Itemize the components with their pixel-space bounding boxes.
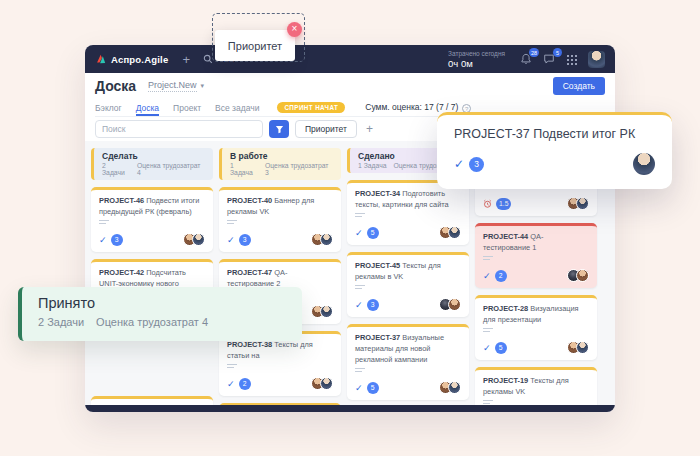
assignee-avatars <box>567 341 589 354</box>
add-icon[interactable]: + <box>182 53 190 66</box>
app-logo[interactable]: Аспро.Agile <box>95 53 168 65</box>
accepted-task-count: 2 Задачи <box>38 316 84 328</box>
task-id: PROJECT-38 <box>227 340 274 349</box>
messages-badge: 5 <box>553 48 562 57</box>
tab-бэклог[interactable]: Бэклог <box>95 99 122 116</box>
column-task-count: 1 Задача <box>230 162 258 176</box>
task-card-PROJECT-44[interactable]: PROJECT-44 QA-тестирование 1✓2 <box>475 223 597 288</box>
assignee-avatars <box>567 197 589 210</box>
column-task-count: 1 Задача <box>358 162 386 169</box>
accepted-title: Принято <box>38 295 286 311</box>
search-input[interactable] <box>95 120 263 138</box>
messages-button[interactable]: 5 <box>543 53 555 65</box>
project-selector[interactable]: Project.New ▾ <box>148 80 204 92</box>
task-id: PROJECT-42 <box>99 268 146 277</box>
priority-filter-chip[interactable]: Приоритет <box>295 120 357 138</box>
description-icon <box>99 220 109 226</box>
avatar <box>576 341 589 354</box>
task-card-PROJECT-37[interactable]: PROJECT-37 Визуальные материалы для ново… <box>347 324 469 400</box>
task-title: PROJECT-37 Визуальные материалы для ново… <box>355 332 461 365</box>
assignee-avatars <box>439 298 461 311</box>
accepted-estimate: Оценка трудозатрат 4 <box>96 316 208 328</box>
avatar <box>576 197 589 210</box>
task-title: PROJECT-45 Тексты для рекламы в VK <box>355 260 461 282</box>
notifications-button[interactable]: 28 <box>520 53 532 65</box>
task-title: PROJECT-34 Подготовить тексты, картинки … <box>355 188 461 210</box>
description-icon <box>355 285 365 291</box>
task-title: PROJECT-46 Подвести итоги предыдущей РК … <box>99 195 205 217</box>
avatar <box>448 381 461 394</box>
assignee-avatars <box>439 226 461 239</box>
kanban-column: Сделать2 ЗадачиОценка трудозатрат 4PROJE… <box>91 148 213 412</box>
time-tracker[interactable]: Затрачено сегодня 0ч 0м <box>448 50 505 69</box>
kanban-column: В работе1 ЗадачаОценка трудозатрат 3PROJ… <box>219 148 341 412</box>
avatar <box>448 226 461 239</box>
app-window: Аспро.Agile + Сп Затрачено сегодня 0ч 0м… <box>85 45 615 412</box>
column-header: Сделать2 ЗадачиОценка трудозатрат 4 <box>91 148 213 180</box>
estimate-badge: 3 <box>367 299 379 311</box>
avatar <box>320 305 333 318</box>
avatar <box>192 233 205 246</box>
user-avatar[interactable] <box>588 51 605 68</box>
checkmark-icon: ✓ <box>355 300 363 310</box>
estimate-badge: 3 <box>469 157 484 172</box>
estimate-badge: 5 <box>367 382 379 394</box>
chevron-down-icon: ▾ <box>201 82 205 90</box>
description-icon <box>227 220 237 226</box>
task-card-PROJECT-46[interactable]: PROJECT-46 Подвести итоги предыдущей РК … <box>91 187 213 252</box>
notifications-badge: 28 <box>529 48 539 57</box>
description-icon <box>355 368 365 374</box>
assignee-avatars <box>567 269 589 282</box>
avatar <box>320 377 333 390</box>
tab-проект[interactable]: Проект <box>173 99 201 116</box>
assignee-avatars <box>183 233 205 246</box>
create-button[interactable]: Создать <box>553 77 605 95</box>
tab-доска[interactable]: Доска <box>136 99 159 116</box>
task-id: PROJECT-19 <box>483 376 530 385</box>
page: Аспро.Agile + Сп Затрачено сегодня 0ч 0м… <box>0 0 700 456</box>
overdue-clock-icon <box>483 199 492 208</box>
avatar <box>320 233 333 246</box>
checkmark-icon: ✓ <box>99 235 107 245</box>
task-id: PROJECT-47 <box>227 268 274 277</box>
checkmark-icon: ✓ <box>227 379 235 389</box>
task-card-PROJECT-28[interactable]: PROJECT-28 Визуализация для презентации✓… <box>475 295 597 360</box>
filter-button[interactable] <box>269 120 289 138</box>
funnel-icon <box>275 125 284 134</box>
task-id: PROJECT-37 <box>355 333 402 342</box>
task-id: PROJECT-40 <box>227 196 274 205</box>
column-task-count: 2 Задачи <box>102 162 130 176</box>
task-id: PROJECT-28 <box>483 304 530 313</box>
task-popup-card[interactable]: PROJECT-37 Подвести итог РК ✓ 3 <box>437 112 672 189</box>
priority-tooltip-label: Приоритет <box>228 40 282 52</box>
column-header: В работе1 ЗадачаОценка трудозатрат 3 <box>219 148 341 180</box>
description-icon <box>483 328 493 334</box>
priority-tooltip: Приоритет × <box>215 30 295 61</box>
task-title: PROJECT-38 Тексты для статьи на <box>227 339 333 361</box>
estimate-badge: 5 <box>495 342 507 354</box>
tab-все-задачи[interactable]: Все задачи <box>215 99 259 116</box>
add-filter-button[interactable]: + <box>363 122 376 136</box>
task-card-PROJECT-34[interactable]: PROJECT-34 Подготовить тексты, картинки … <box>347 180 469 245</box>
description-icon <box>227 364 237 370</box>
remove-filter-icon[interactable]: × <box>287 22 302 37</box>
assignee-avatar <box>633 153 655 175</box>
checkmark-icon: ✓ <box>355 228 363 238</box>
estimate-badge: 3 <box>239 234 251 246</box>
logo-icon <box>95 53 107 65</box>
topbar: Аспро.Agile + Сп Затрачено сегодня 0ч 0м… <box>85 45 615 73</box>
task-title: PROJECT-19 Тексты для рекламы VK <box>483 375 589 397</box>
task-title: PROJECT-44 QA-тестирование 1 <box>483 231 589 253</box>
column-estimate: Оценка трудозатрат 3 <box>265 162 333 176</box>
column-title: В работе <box>230 151 333 161</box>
task-card-PROJECT-40[interactable]: PROJECT-40 Баннер для рекламы VK✓3 <box>219 187 341 252</box>
accepted-column-header: Принято 2 Задачи Оценка трудозатрат 4 <box>18 287 302 341</box>
apps-grid-icon[interactable] <box>566 54 577 65</box>
checkmark-icon: ✓ <box>227 235 235 245</box>
task-card-PROJECT-45[interactable]: PROJECT-45 Тексты для рекламы в VK✓3 <box>347 252 469 317</box>
logo-text: Аспро.Agile <box>111 54 168 65</box>
task-popup-text: Подвести итог РК <box>533 127 635 141</box>
sprint-summary-text: Сумм. оценка: 17 (7 / 7) <box>365 102 458 112</box>
checkmark-icon: ✓ <box>483 343 491 353</box>
task-popup-title: PROJECT-37 Подвести итог РК <box>454 127 655 141</box>
